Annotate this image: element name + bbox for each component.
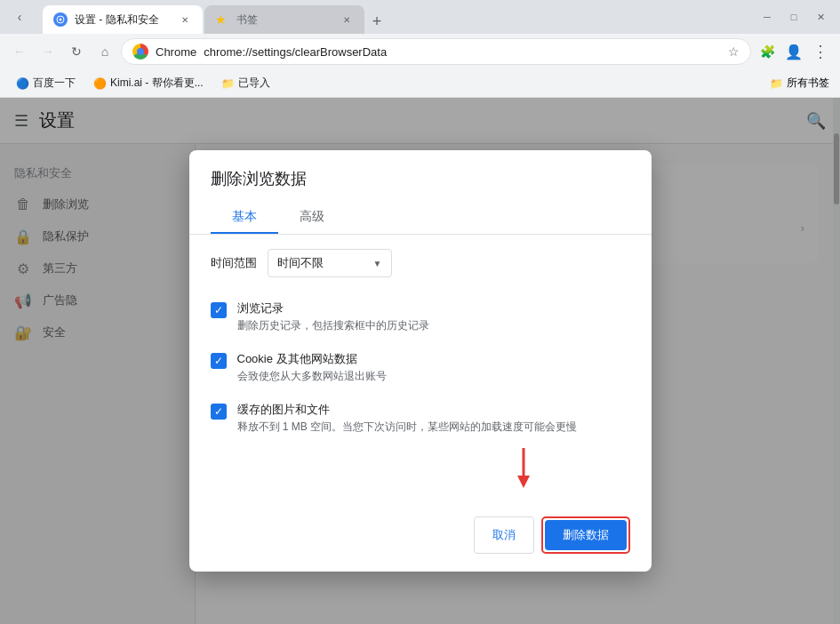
address-text: chrome://settings/clearBrowserData <box>204 45 387 59</box>
bookmark-imported-icon: 📁 <box>221 77 235 90</box>
time-range-row: 时间范围 时间不限 ▼ <box>211 249 630 277</box>
dialog-body: 时间范围 时间不限 ▼ ✓ 浏览记录 删除历史记录，包括搜索框 <box>189 235 652 505</box>
close-button[interactable]: ✕ <box>808 8 833 26</box>
check-icon-3: ✓ <box>214 405 223 418</box>
checkbox-cookies-content: Cookie 及其他网站数据 会致使您从大多数网站退出账号 <box>237 351 630 384</box>
forward-button[interactable]: → <box>36 39 60 64</box>
chrome-logo-icon <box>132 44 148 60</box>
delete-button[interactable]: 删除数据 <box>545 520 627 550</box>
tab-favicon-settings <box>53 12 68 27</box>
checkbox-browsing-history: ✓ 浏览记录 删除历史记录，包括搜索框中的历史记录 <box>211 292 630 342</box>
checkbox-cookies-desc: 会致使您从大多数网站退出账号 <box>237 369 630 384</box>
dialog-footer: 取消 删除数据 <box>189 506 652 572</box>
bookmark-imported-label: 已导入 <box>238 76 270 91</box>
tab-title-settings: 设置 - 隐私和安全 <box>75 12 159 28</box>
check-icon-1: ✓ <box>214 304 223 316</box>
time-range-value: 时间不限 <box>277 255 324 271</box>
red-arrow-icon <box>488 444 559 488</box>
checkbox-browsing-history-content: 浏览记录 删除历史记录，包括搜索框中的历史记录 <box>237 300 630 333</box>
bookmark-baiduyixia[interactable]: 🔵 百度一下 <box>11 74 81 92</box>
bookmark-kimi-icon: 🟠 <box>93 77 107 90</box>
minimize-button[interactable]: ─ <box>755 8 780 26</box>
checkbox-cache: ✓ 缓存的图片和文件 释放不到 1 MB 空间。当您下次访问时，某些网站的加载速… <box>211 393 630 444</box>
cancel-button[interactable]: 取消 <box>474 516 534 554</box>
maximize-button[interactable]: □ <box>781 8 806 26</box>
bookmark-kimi-label: Kimi.ai - 帮你看更... <box>110 76 204 91</box>
arrow-annotation <box>211 444 630 488</box>
home-button[interactable]: ⌂ <box>92 39 117 64</box>
tab-favicon-star: ★ <box>215 12 229 27</box>
browser-frame: ‹ 设置 - 隐私和安全 ✕ ★ 书签 ✕ + <box>0 0 840 624</box>
window-controls: ─ □ ✕ <box>755 8 833 26</box>
chrome-brand: Chrome <box>156 45 196 59</box>
tab-advanced[interactable]: 高级 <box>278 200 346 234</box>
title-bar: ‹ 设置 - 隐私和安全 ✕ ★ 书签 ✕ + <box>0 0 840 34</box>
time-range-select[interactable]: 时间不限 ▼ <box>268 249 392 277</box>
bookmark-baiduyixia-label: 百度一下 <box>33 76 76 91</box>
dialog-overlay: 删除浏览数据 基本 高级 时间范围 时间不限 ▼ <box>0 98 840 624</box>
menu-button[interactable]: ⋮ <box>808 39 833 64</box>
dialog-title: 删除浏览数据 <box>189 150 652 189</box>
profile-button[interactable]: 👤 <box>781 39 806 64</box>
bookmarks-bar: 🔵 百度一下 🟠 Kimi.ai - 帮你看更... 📁 已导入 📁 所有书签 <box>0 69 840 98</box>
checkbox-cookies: ✓ Cookie 及其他网站数据 会致使您从大多数网站退出账号 <box>211 342 630 393</box>
nav-right-buttons: 🧩 👤 ⋮ <box>755 39 833 64</box>
checkbox-browsing-history-desc: 删除历史记录，包括搜索框中的历史记录 <box>237 318 630 333</box>
tab-title-bookmarks: 书签 <box>236 12 258 28</box>
address-bar[interactable]: Chrome chrome://settings/clearBrowserDat… <box>121 38 751 65</box>
checkbox-browsing-history-check[interactable]: ✓ <box>211 302 227 318</box>
checkbox-cache-title: 缓存的图片和文件 <box>237 402 630 418</box>
checkbox-cookies-check[interactable]: ✓ <box>211 353 227 369</box>
delete-button-highlight: 删除数据 <box>541 516 630 554</box>
nav-bar: ← → ↻ ⌂ Chrome chrome://settings/clearBr… <box>0 34 840 69</box>
bookmark-kimi[interactable]: 🟠 Kimi.ai - 帮你看更... <box>88 74 209 92</box>
page-content: ☰ 设置 🔍 隐私和安全 🗑 删除浏览 🔒 隐私保护 ⚙ 第三方 <box>0 98 840 624</box>
refresh-button[interactable]: ↻ <box>64 39 89 64</box>
checkbox-browsing-history-title: 浏览记录 <box>237 300 630 316</box>
svg-point-1 <box>60 19 62 21</box>
tab-close-settings[interactable]: ✕ <box>178 12 192 27</box>
tab-settings[interactable]: 设置 - 隐私和安全 ✕ <box>43 5 203 34</box>
check-icon-2: ✓ <box>214 355 223 367</box>
tab-basic[interactable]: 基本 <box>211 200 278 234</box>
time-range-label: 时间范围 <box>211 255 257 271</box>
all-bookmarks-icon: 📁 <box>770 77 783 90</box>
checkbox-cache-content: 缓存的图片和文件 释放不到 1 MB 空间。当您下次访问时，某些网站的加载速度可… <box>237 402 630 435</box>
clear-browser-data-dialog: 删除浏览数据 基本 高级 时间范围 时间不限 ▼ <box>189 150 652 571</box>
bookmark-star-icon[interactable]: ☆ <box>728 44 740 59</box>
tabs-area: 设置 - 隐私和安全 ✕ ★ 书签 ✕ + <box>43 0 751 34</box>
dialog-tabs: 基本 高级 <box>189 200 652 235</box>
all-bookmarks[interactable]: 📁 所有书签 <box>770 76 829 91</box>
back-button[interactable]: ← <box>7 39 32 64</box>
checkbox-cache-check[interactable]: ✓ <box>211 404 227 420</box>
checkbox-cache-desc: 释放不到 1 MB 空间。当您下次访问时，某些网站的加载速度可能会更慢 <box>237 420 630 435</box>
extensions-button[interactable]: 🧩 <box>755 39 780 64</box>
svg-marker-3 <box>517 476 530 488</box>
dropdown-arrow-icon: ▼ <box>373 259 382 268</box>
tab-prev-icon[interactable]: ‹ <box>7 4 32 29</box>
tab-close-bookmarks[interactable]: ✕ <box>340 12 354 27</box>
bookmark-imported[interactable]: 📁 已导入 <box>216 74 276 92</box>
bookmark-baiduyixia-icon: 🔵 <box>16 77 29 90</box>
tab-prev-btn[interactable]: ‹ <box>7 4 32 29</box>
all-bookmarks-label: 所有书签 <box>787 76 829 91</box>
checkbox-cookies-title: Cookie 及其他网站数据 <box>237 351 630 367</box>
tab-bookmarks[interactable]: ★ 书签 ✕ <box>204 5 364 34</box>
new-tab-button[interactable]: + <box>364 9 389 34</box>
